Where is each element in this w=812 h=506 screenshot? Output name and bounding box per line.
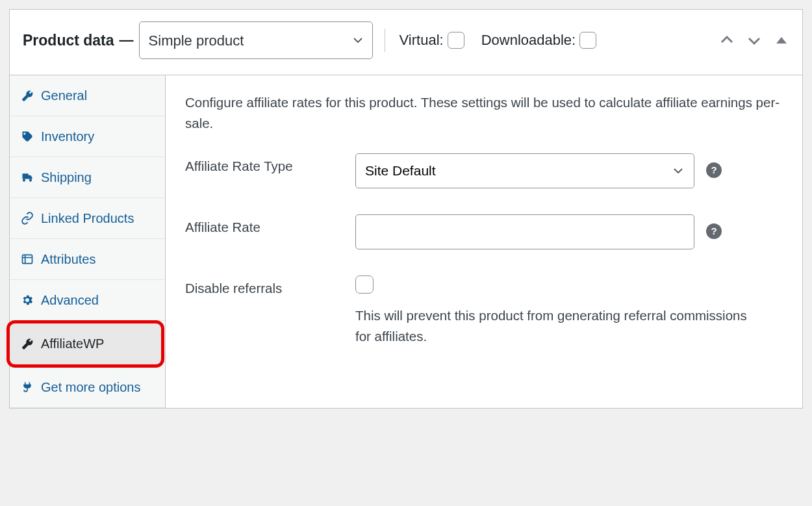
wrench-icon bbox=[20, 88, 34, 103]
downloadable-group: Downloadable: bbox=[481, 32, 597, 49]
wrench-icon bbox=[20, 336, 34, 351]
field-rate-type: Affiliate Rate Type Site Default ? bbox=[185, 153, 783, 188]
svg-rect-0 bbox=[23, 255, 32, 263]
header-separator bbox=[385, 29, 385, 52]
sidebar-item-shipping[interactable]: Shipping bbox=[10, 157, 165, 198]
caret-up-icon[interactable] bbox=[774, 32, 789, 48]
list-icon bbox=[20, 252, 34, 266]
content-pane: Configure affiliate rates for this produ… bbox=[166, 75, 802, 408]
chevron-up-icon[interactable] bbox=[719, 32, 735, 48]
disable-referrals-checkbox[interactable] bbox=[355, 275, 374, 294]
sidebar-item-advanced[interactable]: Advanced bbox=[10, 280, 165, 321]
rate-control bbox=[355, 214, 694, 249]
truck-icon bbox=[20, 170, 34, 184]
panel-title-group: Product data — Simple product bbox=[23, 21, 373, 59]
virtual-group: Virtual: bbox=[400, 32, 464, 49]
product-type-select-wrap: Simple product bbox=[139, 21, 373, 59]
rate-type-select[interactable]: Site Default bbox=[355, 153, 694, 188]
disable-referrals-control: This will prevent this product from gene… bbox=[355, 275, 758, 348]
field-disable-referrals: Disable referrals This will prevent this… bbox=[185, 275, 783, 348]
downloadable-checkbox[interactable] bbox=[579, 32, 596, 49]
sidebar-item-label: Inventory bbox=[41, 128, 94, 145]
downloadable-label: Downloadable: bbox=[481, 32, 576, 49]
field-rate: Affiliate Rate ? bbox=[185, 214, 783, 249]
sidebar-item-label: General bbox=[41, 87, 87, 104]
link-icon bbox=[20, 211, 34, 225]
virtual-label: Virtual: bbox=[400, 32, 444, 49]
sidebar-item-label: Linked Products bbox=[41, 210, 134, 227]
sidebar-item-inventory[interactable]: Inventory bbox=[10, 116, 165, 157]
rate-type-control: Site Default bbox=[355, 153, 694, 188]
sidebar-item-linked-products[interactable]: Linked Products bbox=[10, 198, 165, 239]
disable-referrals-label: Disable referrals bbox=[185, 275, 355, 296]
sidebar: General Inventory Shipping Linked Produc… bbox=[10, 75, 166, 408]
product-type-select[interactable]: Simple product bbox=[139, 21, 373, 59]
intro-text: Configure affiliate rates for this produ… bbox=[185, 92, 783, 134]
sidebar-item-label: Attributes bbox=[41, 251, 95, 268]
sidebar-item-label: Shipping bbox=[41, 169, 92, 186]
sidebar-item-label: AffiliateWP bbox=[41, 335, 104, 352]
sidebar-item-label: Get more options bbox=[41, 379, 140, 396]
virtual-checkbox[interactable] bbox=[448, 32, 464, 49]
sidebar-item-get-more-options[interactable]: Get more options bbox=[10, 367, 165, 408]
sidebar-item-general[interactable]: General bbox=[10, 75, 165, 116]
panel-header-icons bbox=[719, 32, 789, 48]
gear-icon bbox=[20, 293, 34, 307]
sidebar-item-label: Advanced bbox=[41, 292, 99, 309]
product-data-panel: Product data — Simple product Virtual: D… bbox=[9, 9, 803, 409]
panel-body: General Inventory Shipping Linked Produc… bbox=[10, 75, 802, 408]
panel-header: Product data — Simple product Virtual: D… bbox=[10, 10, 802, 75]
panel-title: Product data bbox=[23, 32, 114, 49]
title-dash: — bbox=[120, 32, 134, 49]
disable-referrals-description: This will prevent this product from gene… bbox=[355, 305, 758, 348]
sidebar-item-affiliatewp[interactable]: AffiliateWP bbox=[10, 323, 161, 364]
rate-label: Affiliate Rate bbox=[185, 214, 355, 235]
plug-icon bbox=[20, 380, 34, 394]
help-icon[interactable]: ? bbox=[706, 162, 722, 178]
rate-type-label: Affiliate Rate Type bbox=[185, 153, 355, 174]
chevron-down-icon[interactable] bbox=[746, 32, 762, 48]
tag-icon bbox=[20, 129, 34, 144]
rate-input[interactable] bbox=[355, 214, 694, 249]
sidebar-item-attributes[interactable]: Attributes bbox=[10, 239, 165, 280]
help-icon[interactable]: ? bbox=[706, 223, 722, 239]
